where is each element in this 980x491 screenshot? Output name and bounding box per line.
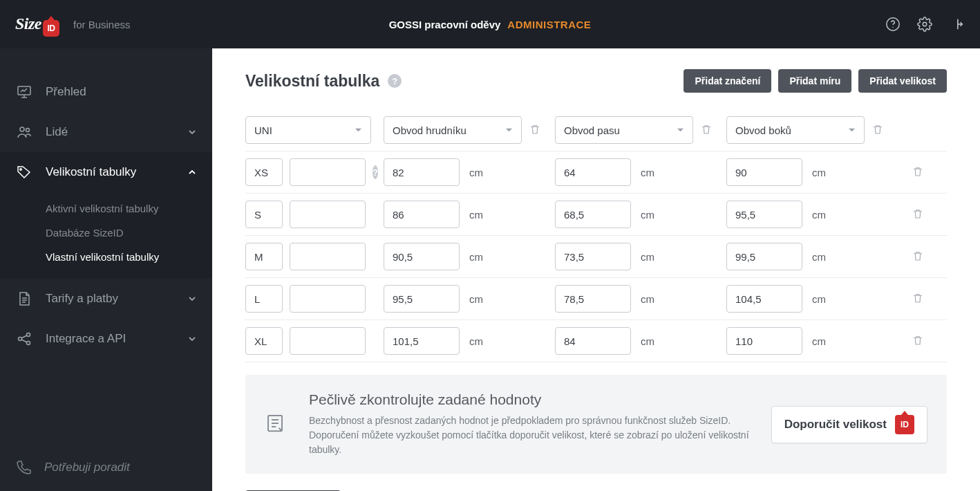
svg-point-7: [19, 337, 22, 341]
measure-input[interactable]: [726, 201, 802, 228]
unit-label: cm: [469, 293, 483, 305]
help-icon[interactable]: ?: [373, 165, 378, 179]
measure-select-2[interactable]: Obvod boků: [726, 116, 865, 144]
unit-label: cm: [812, 335, 826, 347]
info-title: Pečlivě zkontrolujte zadané hodnoty: [309, 391, 751, 408]
recommend-size-button[interactable]: Doporučit velikost ID: [771, 406, 927, 443]
settings-icon[interactable]: [916, 16, 933, 33]
size-label-input[interactable]: [245, 243, 283, 270]
logout-icon[interactable]: [948, 16, 965, 33]
sidebar-label: Přehled: [46, 85, 86, 99]
chevron-down-icon: [848, 124, 856, 136]
unit-label: cm: [641, 251, 654, 263]
size-label-input[interactable]: [245, 285, 283, 313]
measure-input[interactable]: [384, 243, 460, 270]
unit-label: cm: [469, 209, 483, 221]
chevron-down-icon: [355, 124, 362, 136]
size-row: cmcmcm: [245, 320, 947, 362]
size-label-input[interactable]: [245, 327, 283, 355]
delete-measure-icon[interactable]: [871, 123, 885, 137]
size-table-grid: UNI Obvod hrudníku Obvod pasu: [245, 116, 947, 362]
svg-point-4: [20, 127, 24, 131]
sidebar-label: Integrace a API: [46, 332, 126, 346]
delete-row-icon[interactable]: [912, 250, 925, 263]
tag-icon: [15, 163, 33, 181]
unit-label: cm: [641, 293, 654, 305]
chevron-down-icon: [505, 124, 513, 136]
grid-header-row: UNI Obvod hrudníku Obvod pasu: [245, 116, 947, 151]
header-actions: Přidat značení Přidat míru Přidat veliko…: [684, 69, 947, 93]
size-row: cmcmcm: [245, 278, 947, 320]
measure-input[interactable]: [384, 285, 460, 313]
marking-select[interactable]: UNI: [245, 116, 371, 144]
measure-input[interactable]: [726, 243, 802, 270]
delete-measure-icon[interactable]: [529, 123, 543, 137]
page-title: Velikostní tabulka: [245, 72, 379, 91]
add-measure-button[interactable]: Přidat míru: [778, 69, 851, 93]
measure-input[interactable]: [726, 285, 802, 313]
delete-measure-icon[interactable]: [700, 123, 714, 137]
unit-label: cm: [641, 167, 654, 178]
sidebar-subitem-custom-tables[interactable]: Vlastní velikostní tabulky: [0, 245, 212, 269]
info-box: Pečlivě zkontrolujte zadané hodnoty Bezc…: [245, 375, 947, 474]
select-value: Obvod hrudníku: [393, 124, 467, 136]
size-row: ?cmcmcm: [245, 151, 947, 194]
sidebar-item-overview[interactable]: Přehled: [0, 72, 212, 112]
svg-point-5: [26, 129, 30, 132]
measure-input[interactable]: [555, 201, 631, 228]
size-label-input[interactable]: [245, 201, 283, 228]
unit-label: cm: [469, 251, 483, 263]
measure-input[interactable]: [555, 158, 631, 186]
admin-label: ADMINISTRACE: [507, 19, 591, 30]
sidebar-label: Tarify a platby: [46, 292, 118, 306]
sidebar: Přehled Lidé Velikostní tabulky Aktivní …: [0, 48, 212, 491]
delete-row-icon[interactable]: [912, 207, 925, 221]
logo-id-badge: ID: [43, 20, 59, 37]
size-alt-input[interactable]: [290, 201, 366, 228]
delete-row-icon[interactable]: [912, 334, 925, 348]
measure-select-1[interactable]: Obvod pasu: [555, 116, 693, 144]
add-size-button[interactable]: Přidat velikost: [858, 69, 947, 93]
size-label-input[interactable]: [245, 158, 283, 186]
chevron-down-icon: [187, 294, 197, 304]
sizeid-badge-icon: ID: [895, 415, 914, 434]
sidebar-item-people[interactable]: Lidé: [0, 112, 212, 152]
unit-label: cm: [812, 293, 826, 305]
help-icon[interactable]: [885, 16, 901, 33]
size-alt-input[interactable]: [290, 243, 366, 270]
topbar-title: GOSSI pracovní oděvy ADMINISTRACE: [389, 19, 592, 30]
main-content: Velikostní tabulka ? Přidat značení Přid…: [212, 48, 980, 491]
add-marking-button[interactable]: Přidat značení: [684, 69, 771, 93]
measure-input[interactable]: [384, 327, 460, 355]
measure-input[interactable]: [384, 158, 460, 186]
sidebar-subitem-active-tables[interactable]: Aktivní velikostní tabulky: [0, 196, 212, 221]
topbar-actions: [885, 16, 965, 33]
delete-row-icon[interactable]: [912, 165, 925, 179]
measure-select-0[interactable]: Obvod hrudníku: [384, 116, 522, 144]
svg-point-9: [27, 342, 30, 345]
svg-point-6: [20, 169, 21, 170]
select-value: Obvod boků: [735, 124, 791, 136]
sidebar-item-tariffs[interactable]: Tarify a platby: [0, 279, 212, 319]
size-alt-input[interactable]: [290, 285, 366, 313]
sidebar-item-size-tables[interactable]: Velikostní tabulky: [0, 152, 212, 192]
unit-label: cm: [469, 335, 483, 347]
unit-label: cm: [812, 209, 826, 221]
info-line: Bezchybnost a přesnost zadaných hodnot j…: [309, 414, 751, 428]
measure-input[interactable]: [555, 285, 631, 313]
measure-input[interactable]: [726, 158, 802, 186]
size-alt-input[interactable]: [290, 327, 366, 355]
sidebar-item-integrations[interactable]: Integrace a API: [0, 319, 212, 359]
help-icon[interactable]: ?: [388, 74, 402, 88]
sidebar-need-help[interactable]: Potřebuji poradit: [0, 444, 212, 491]
measure-input[interactable]: [384, 201, 460, 228]
measure-input[interactable]: [726, 327, 802, 355]
sidebar-subitem-database[interactable]: Databáze SizeID: [0, 221, 212, 245]
delete-row-icon[interactable]: [912, 292, 925, 306]
measure-input[interactable]: [555, 327, 631, 355]
sidebar-submenu-size-tables: Aktivní velikostní tabulky Databáze Size…: [0, 192, 212, 279]
document-icon: [15, 290, 33, 308]
measure-input[interactable]: [555, 243, 631, 270]
size-alt-input[interactable]: [290, 158, 366, 186]
logo[interactable]: Size ID for Business: [15, 15, 131, 35]
